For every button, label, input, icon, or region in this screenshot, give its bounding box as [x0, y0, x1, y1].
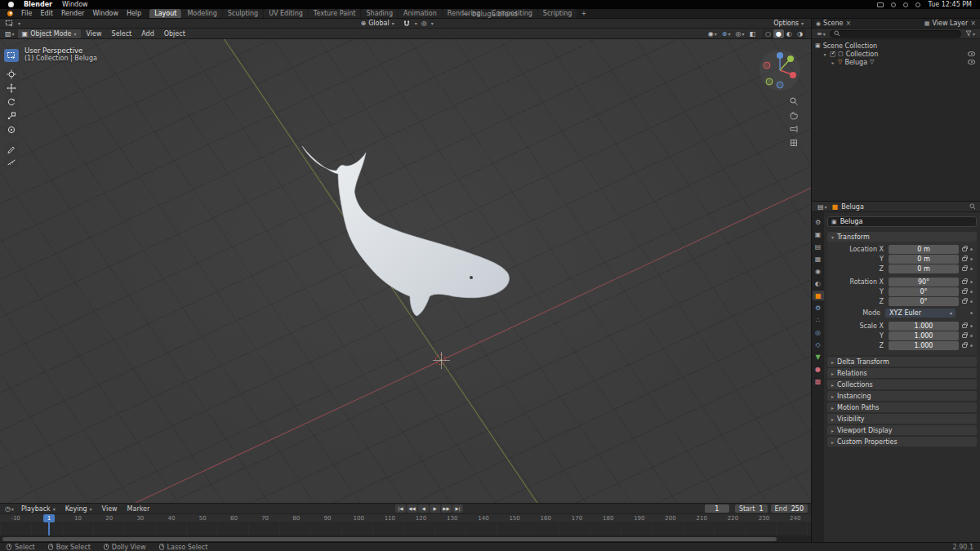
zoom-button[interactable] [789, 96, 799, 106]
tab-constraints[interactable]: ◇ [813, 340, 824, 349]
menu-add[interactable]: Add [137, 30, 158, 38]
expand-caret-icon[interactable]: ▸ [831, 60, 835, 65]
battery-icon[interactable] [877, 2, 884, 7]
gizmo-y-neg-axis[interactable] [766, 78, 773, 85]
hide-in-viewport-eye-icon[interactable] [968, 60, 975, 64]
select-box-tool[interactable] [4, 49, 19, 62]
unlink-view-layer-icon[interactable]: × [970, 20, 976, 27]
gizmo-y-axis[interactable] [787, 56, 794, 62]
tab-output[interactable]: ▤ [813, 242, 824, 251]
blender-logo-icon[interactable] [6, 10, 14, 17]
prev-keyframe-button[interactable]: ◀◀ [407, 504, 417, 513]
panel-custom-properties[interactable]: ▸Custom Properties [827, 437, 977, 447]
workspace-tab-shading[interactable]: Shading [361, 9, 398, 18]
tab-texture[interactable]: ▩ [813, 376, 824, 386]
outliner-search-input[interactable] [830, 30, 961, 38]
collection-checkbox[interactable] [830, 51, 835, 57]
panel-visibility[interactable]: ▸Visibility [827, 414, 977, 424]
scale-z-field[interactable]: 1.000 [889, 341, 959, 350]
location-z-field[interactable]: 0 m [889, 264, 959, 273]
timeline-track[interactable] [0, 523, 811, 535]
expand-caret-icon[interactable]: ▾ [822, 51, 827, 57]
tab-world[interactable]: ◐ [813, 278, 824, 288]
workspace-tab-sculpting[interactable]: Sculpting [223, 9, 263, 18]
playback-menu[interactable]: Playback▾ [17, 504, 60, 513]
view-layer-selector[interactable]: View Layer [932, 20, 968, 27]
show-overlays-toggle[interactable]: ◎▾ [734, 30, 746, 38]
transform-orientation-dropdown[interactable]: ⊕ Global ▾ [356, 19, 398, 28]
lock-icon[interactable] [962, 257, 967, 261]
location-y-field[interactable]: 0 m [889, 255, 959, 264]
animate-dot[interactable] [970, 291, 973, 293]
lock-icon[interactable] [962, 300, 967, 304]
navigation-gizmo[interactable] [759, 49, 801, 91]
start-frame-field[interactable]: Start 1 [735, 504, 768, 513]
animate-dot[interactable] [970, 268, 973, 270]
rotate-tool[interactable] [4, 96, 19, 109]
hide-in-viewport-eye-icon[interactable] [968, 51, 975, 56]
panel-collections[interactable]: ▸Collections [827, 380, 977, 389]
lock-icon[interactable] [962, 324, 967, 328]
tab-render[interactable]: ▣ [813, 229, 824, 239]
panel-relations[interactable]: ▸Relations [827, 368, 977, 378]
scene-selector[interactable]: Scene [823, 20, 843, 27]
menu-edit[interactable]: Edit [36, 9, 57, 18]
editor-type-button[interactable]: ▤▾ [816, 203, 829, 211]
show-gizmos-toggle[interactable]: ⊕▾ [720, 30, 733, 38]
animate-dot[interactable] [970, 312, 973, 314]
tab-view-layer[interactable]: ▦ [813, 254, 824, 264]
editor-type-button[interactable]: ◷▾ [3, 505, 16, 513]
outliner-row-beluga[interactable]: ▸ ▽ Beluga ▽ [812, 58, 980, 66]
gizmo-z-axis[interactable] [777, 52, 783, 59]
location-x-field[interactable]: 0 m [889, 245, 959, 254]
scale-y-field[interactable]: 1.000 [889, 331, 959, 340]
add-workspace-button[interactable]: + [577, 9, 590, 18]
shading-material-button[interactable]: ◐ [784, 29, 795, 38]
outliner-row-collection[interactable]: ▾ ▢ Collection [812, 50, 980, 58]
timeline-marker-menu[interactable]: Marker [123, 505, 154, 513]
workspace-tab-texture-paint[interactable]: Texture Paint [309, 9, 361, 18]
play-reverse-button[interactable]: ◀ [418, 504, 429, 513]
gizmo-z-neg-axis[interactable] [777, 82, 783, 88]
tab-object[interactable]: ■ [813, 291, 824, 300]
tab-object-data[interactable]: ▼ [813, 352, 824, 362]
gizmo-x-axis[interactable] [790, 72, 796, 78]
rotation-x-field[interactable]: 90° [889, 278, 959, 287]
transform-panel-header[interactable]: ▾ Transform [827, 232, 977, 242]
unlink-scene-icon[interactable]: × [846, 20, 852, 27]
beluga-mesh-object[interactable] [284, 131, 537, 360]
shading-rendered-button[interactable]: ◑ [795, 29, 805, 38]
jump-end-button[interactable]: ▶| [452, 504, 463, 513]
cursor-tool[interactable] [4, 68, 19, 81]
toggle-xray-button[interactable]: ◧ [748, 30, 758, 38]
gizmo-x-neg-axis[interactable] [764, 62, 770, 69]
proportional-editing-icon[interactable]: ◎ [420, 20, 429, 27]
3d-viewport[interactable]: User Perspective (1) Collection | Beluga [0, 39, 811, 503]
animate-dot[interactable] [970, 248, 973, 251]
camera-view-button[interactable] [789, 124, 799, 134]
animate-dot[interactable] [970, 325, 973, 327]
object-visibility-dropdown[interactable]: ◉▾ [706, 30, 719, 38]
options-dropdown[interactable]: Options ▾ [769, 19, 808, 28]
outliner-row-scene-collection[interactable]: ▣ Scene Collection [812, 42, 980, 50]
workspace-tab-scripting[interactable]: Scripting [538, 9, 577, 18]
shading-solid-button[interactable]: ● [773, 29, 784, 38]
macos-app-menu[interactable]: Blender [24, 1, 52, 8]
scale-tool[interactable] [4, 109, 19, 122]
apple-menu-icon[interactable] [8, 2, 14, 7]
rotation-mode-dropdown[interactable]: XYZ Euler [885, 309, 956, 318]
workspace-tab-layout[interactable]: Layout [149, 9, 181, 18]
shading-wireframe-button[interactable]: ○ [763, 29, 773, 38]
menu-view[interactable]: View [82, 30, 106, 38]
workspace-tab-uv-editing[interactable]: UV Editing [264, 9, 308, 18]
macos-window-menu[interactable]: Window [62, 1, 88, 8]
annotate-tool[interactable] [4, 142, 19, 155]
search-icon[interactable] [969, 203, 976, 210]
3d-cursor[interactable] [435, 354, 446, 365]
tab-scene[interactable]: ◉ [813, 266, 824, 276]
workspace-tab-animation[interactable]: Animation [399, 9, 442, 18]
workspace-tab-modeling[interactable]: Modeling [182, 9, 221, 18]
tab-modifiers[interactable]: ⚙ [813, 303, 824, 313]
animate-dot[interactable] [970, 335, 973, 337]
wifi-icon[interactable] [891, 2, 896, 7]
